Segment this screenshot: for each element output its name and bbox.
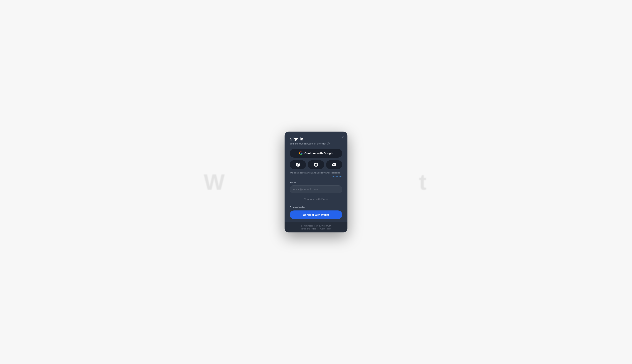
privacy-link[interactable]: Privacy Policy: [319, 228, 331, 230]
view-more-container: View more: [290, 175, 342, 178]
wallet-connect-button[interactable]: Connect with Wallet: [290, 210, 342, 219]
discord-icon: [332, 162, 336, 167]
privacy-note: We do not store any data related to your…: [290, 171, 342, 174]
footer-separator: |: [317, 228, 317, 230]
reddit-signin-button[interactable]: [308, 160, 324, 169]
email-input[interactable]: [290, 185, 342, 193]
terms-link[interactable]: Terms of Service: [301, 228, 316, 230]
google-logo-icon: [299, 151, 303, 155]
modal-header: Sign in Your blockchain wallet in one-cl…: [290, 137, 342, 145]
email-label: Email: [290, 181, 342, 184]
wallet-label: External wallet: [290, 206, 342, 208]
reddit-icon: [314, 162, 318, 167]
view-more-link[interactable]: View more: [332, 175, 342, 178]
signin-modal: × Sign in Your blockchain wallet in one-…: [285, 132, 347, 232]
modal-title: Sign in: [290, 137, 342, 142]
social-buttons-row: [290, 160, 342, 169]
facebook-signin-button[interactable]: [290, 160, 306, 169]
modal-subtitle: Your blockchain wallet in one-click i: [290, 142, 342, 145]
modal-footer: Self-custodial login by Web3Auth Terms o…: [285, 222, 347, 232]
facebook-icon: [296, 162, 300, 167]
info-icon[interactable]: i: [327, 142, 330, 145]
google-signin-button[interactable]: Continue with Google: [290, 149, 342, 158]
footer-custodial-text: Self-custodial login by Web3Auth: [288, 225, 344, 227]
footer-links: Terms of Service | Privacy Policy: [288, 228, 344, 230]
close-button[interactable]: ×: [341, 134, 344, 140]
discord-signin-button[interactable]: [326, 160, 342, 169]
email-continue-button[interactable]: Continue with Email: [290, 195, 342, 203]
